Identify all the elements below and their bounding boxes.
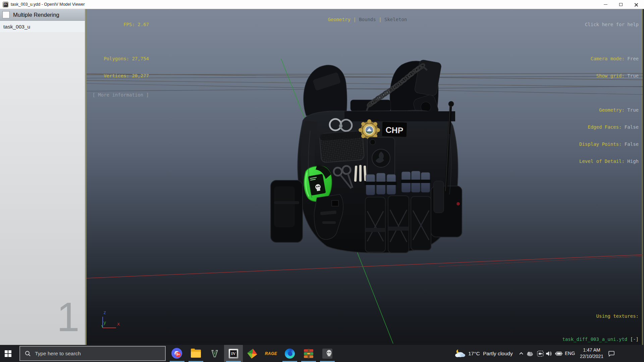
y-axis-label: y xyxy=(103,320,106,325)
taskbar-app-avg[interactable] xyxy=(243,345,262,362)
grid-axis-red xyxy=(87,255,643,278)
setting-display-points[interactable]: Display Points: False xyxy=(579,141,639,147)
model-list-item[interactable]: task_003_u xyxy=(0,21,85,33)
clock-date: 22/10/2021 xyxy=(578,353,606,360)
tab-geometry[interactable]: Geometry xyxy=(328,17,350,22)
axis-gizmo: z y x xyxy=(99,307,126,334)
onedrive-icon[interactable] xyxy=(526,345,534,362)
battery-icon[interactable] xyxy=(554,345,563,362)
volume-icon[interactable] xyxy=(545,345,553,362)
multiple-rendering-row: Multiple Rendering xyxy=(0,9,85,21)
skull-app-icon xyxy=(322,349,332,359)
taskbar-app-discord[interactable]: 9+ xyxy=(168,345,186,362)
model-list-panel: Multiple Rendering task_003_u 1 xyxy=(0,9,86,345)
weather-icon[interactable] xyxy=(454,345,466,362)
close-icon xyxy=(634,3,638,7)
mag-pull-tabs xyxy=(354,165,367,182)
more-information-link[interactable]: [ More information ] xyxy=(87,92,149,98)
edge-browser-icon xyxy=(285,349,295,359)
search-icon xyxy=(25,351,31,357)
start-button[interactable] xyxy=(0,345,16,362)
rage-plugin-icon: RAGE xyxy=(265,351,277,356)
maximize-button[interactable] xyxy=(613,0,629,9)
taskbar-app-image-viewer[interactable] xyxy=(318,345,337,362)
taskbar-app-rage[interactable]: RAGE xyxy=(262,345,280,362)
texture-entry: task_diff_003_a_uni.ytd [-] xyxy=(559,336,639,343)
panel-watermark-number: 1 xyxy=(57,297,79,338)
tab-skeleton[interactable]: Skeleton xyxy=(384,17,407,22)
openiv-logo-letters: IV xyxy=(4,3,8,7)
discord-notification-badge: 9+ xyxy=(175,352,181,357)
view-mode-tabs: Geometry | Bounds | Skeleton xyxy=(87,11,643,22)
gta-v-icon: V xyxy=(210,349,219,358)
windows-logo-icon xyxy=(5,350,11,357)
render-settings-overlay: Click here for help Camera mode: Free Sh… xyxy=(579,10,639,170)
multiple-rendering-label: Multiple Rendering xyxy=(13,12,59,18)
using-textures-heading: Using textures: xyxy=(559,312,639,320)
polygons-readout: Polygons: 27,754 xyxy=(87,56,149,62)
weather-condition[interactable]: Partly cloudy xyxy=(483,345,513,362)
fps-readout: FPS: 2.67 xyxy=(87,22,149,27)
taskbar-app-winrar[interactable] xyxy=(299,345,318,362)
taskbar-app-file-explorer[interactable] xyxy=(186,345,205,362)
winrar-icon xyxy=(304,349,313,358)
file-explorer-icon xyxy=(191,350,201,358)
z-axis-label: z xyxy=(103,310,106,315)
remove-texture-button[interactable]: [-] xyxy=(627,337,639,342)
openiv-icon: IV xyxy=(228,349,238,359)
setting-show-grid[interactable]: Show grid: True xyxy=(579,73,639,79)
taskbar-app-gta-v[interactable]: V xyxy=(205,345,224,362)
vest-left-shoulder xyxy=(304,65,347,116)
x-axis-label: x xyxy=(117,321,120,326)
chp-patch-text: CHP xyxy=(385,125,404,135)
texture-file-name[interactable]: task_diff_003_a_uni.ytd xyxy=(562,337,627,342)
close-button[interactable] xyxy=(629,0,644,9)
language-indicator[interactable]: ENG xyxy=(565,345,575,362)
windows-taskbar: 9+ V IV RAGE xyxy=(0,345,644,362)
vest-3d-model[interactable]: CHP xyxy=(267,54,481,255)
flashlight-pouch xyxy=(434,181,444,213)
discord-icon: 9+ xyxy=(171,348,183,359)
minimize-icon xyxy=(604,4,607,5)
clock-time: 1:47 AM xyxy=(578,347,606,353)
window-title: task_003_u.ydd - OpenIV Model Viewer xyxy=(11,0,85,9)
maximize-icon xyxy=(619,3,623,6)
minimize-button[interactable] xyxy=(598,0,613,9)
setting-geometry[interactable]: Geometry: True xyxy=(579,107,639,113)
multiple-rendering-checkbox[interactable] xyxy=(2,11,10,18)
help-link[interactable]: Click here for help xyxy=(579,22,639,27)
carbon-pouch xyxy=(320,131,365,163)
taskbar-app-edge[interactable] xyxy=(280,345,299,362)
setting-level-of-detail[interactable]: Level of Detail: High xyxy=(579,159,639,164)
setting-edged-faces[interactable]: Edged Faces: False xyxy=(579,124,639,130)
taskbar-clock[interactable]: 1:47 AM 22/10/2021 xyxy=(578,347,606,360)
stats-overlay: FPS: 2.67 Polygons: 27,754 Vertices: 20,… xyxy=(87,10,149,104)
action-center-icon[interactable] xyxy=(608,345,615,362)
tray-chevron-icon[interactable] xyxy=(519,345,524,362)
left-side-pouch xyxy=(271,180,303,242)
title-bar: IV task_003_u.ydd - OpenIV Model Viewer xyxy=(0,0,644,9)
openiv-window-icon: IV xyxy=(3,2,8,7)
tab-bounds[interactable]: Bounds xyxy=(359,17,376,22)
tab-separator: | xyxy=(351,17,359,22)
setting-camera-mode[interactable]: Camera mode: Free xyxy=(579,56,639,62)
chp-patch: CHP xyxy=(382,122,407,137)
vertices-readout: Vertices: 20,277 xyxy=(87,73,149,79)
tab-separator: | xyxy=(376,17,384,22)
meet-now-icon[interactable] xyxy=(537,345,544,362)
weather-temperature[interactable]: 17°C xyxy=(468,345,480,362)
search-input[interactable] xyxy=(35,351,159,357)
avg-antivirus-icon xyxy=(247,348,258,359)
taskbar-app-openiv[interactable]: IV xyxy=(224,345,243,362)
taskbar-search[interactable] xyxy=(19,346,166,361)
